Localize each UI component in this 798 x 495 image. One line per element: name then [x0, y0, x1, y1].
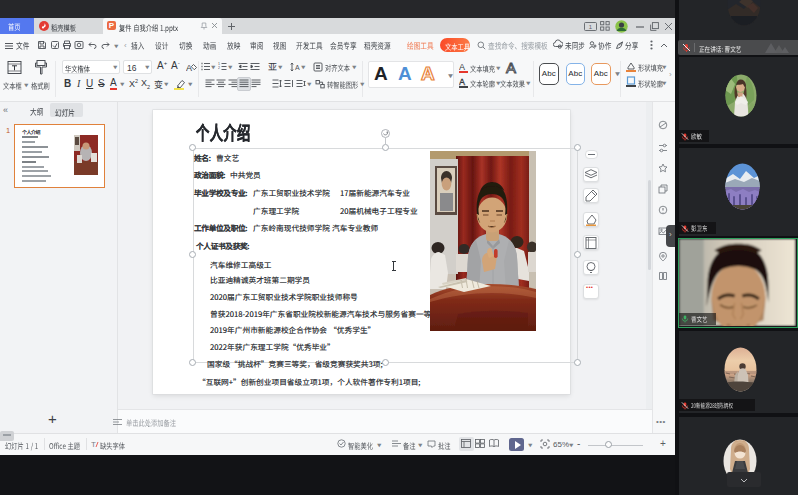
svg-text:A: A — [459, 77, 465, 87]
svg-text:A: A — [459, 62, 465, 72]
svg-text:A: A — [295, 64, 300, 71]
svg-text:T: T — [91, 440, 96, 449]
svg-text:2: 2 — [218, 66, 220, 70]
svg-text:A: A — [186, 63, 192, 73]
svg-text:1: 1 — [589, 23, 593, 29]
